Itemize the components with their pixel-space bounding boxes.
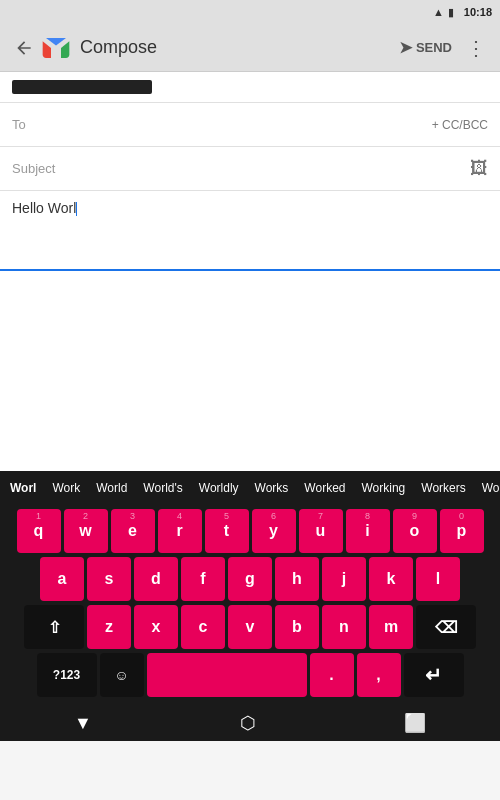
to-label: To — [12, 117, 72, 132]
key-emoji[interactable]: ☺ — [100, 653, 144, 697]
key-period[interactable]: . — [310, 653, 354, 697]
autocomplete-worldss[interactable]: Worlds — [476, 479, 500, 497]
compose-title: Compose — [80, 37, 391, 58]
nav-bar: ▼ ⬡ ⬜ — [0, 705, 500, 741]
key-a[interactable]: a — [40, 557, 84, 601]
key-o[interactable]: 9o — [393, 509, 437, 553]
gmail-icon — [40, 32, 72, 64]
app-bar: Compose ➤ SEND ⋮ — [0, 24, 500, 72]
to-input[interactable] — [72, 109, 432, 141]
key-d[interactable]: d — [134, 557, 178, 601]
keyboard-row-4: ?123 ☺ . , ↵ — [2, 653, 498, 697]
autocomplete-workers[interactable]: Workers — [415, 479, 471, 497]
send-label: SEND — [416, 40, 452, 55]
key-enter[interactable]: ↵ — [404, 653, 464, 697]
compose-area: To + CC/BCC Subject 🖼 Hello Worl — [0, 72, 500, 471]
nav-back-button[interactable]: ▼ — [58, 709, 108, 738]
keyboard-row-3: ⇧ z x c v b n m ⌫ — [2, 605, 498, 649]
key-l[interactable]: l — [416, 557, 460, 601]
keyboard-row-2: a s d f g h j k l — [2, 557, 498, 601]
battery-icon: ▮ — [448, 6, 454, 19]
subject-field: Subject 🖼 — [0, 147, 500, 191]
autocomplete-worl[interactable]: Worl — [4, 479, 42, 497]
key-p-number: 0 — [459, 511, 464, 521]
autocomplete-worldly[interactable]: Worldly — [193, 479, 245, 497]
attach-icon[interactable]: 🖼 — [470, 158, 488, 179]
cc-bcc-button[interactable]: + CC/BCC — [432, 118, 488, 132]
key-g[interactable]: g — [228, 557, 272, 601]
to-field: To + CC/BCC — [0, 103, 500, 147]
autocomplete-works[interactable]: Works — [249, 479, 295, 497]
key-comma[interactable]: , — [357, 653, 401, 697]
key-k[interactable]: k — [369, 557, 413, 601]
more-icon: ⋮ — [466, 36, 486, 60]
key-p[interactable]: 0p — [440, 509, 484, 553]
key-i-number: 8 — [365, 511, 370, 521]
key-w-number: 2 — [83, 511, 88, 521]
autocomplete-worked[interactable]: Worked — [298, 479, 351, 497]
status-time: 10:18 — [464, 6, 492, 18]
more-options-button[interactable]: ⋮ — [460, 32, 492, 64]
status-bar: ▲ ▮ 10:18 — [0, 0, 500, 24]
key-u[interactable]: 7u — [299, 509, 343, 553]
key-space[interactable] — [147, 653, 307, 697]
key-y[interactable]: 6y — [252, 509, 296, 553]
key-numbers-toggle[interactable]: ?123 — [37, 653, 97, 697]
key-q[interactable]: 1q — [17, 509, 61, 553]
autocomplete-worlds[interactable]: World's — [137, 479, 188, 497]
key-backspace[interactable]: ⌫ — [416, 605, 476, 649]
autocomplete-work[interactable]: Work — [46, 479, 86, 497]
key-v[interactable]: v — [228, 605, 272, 649]
key-i[interactable]: 8i — [346, 509, 390, 553]
key-o-number: 9 — [412, 511, 417, 521]
keyboard-row-1: 1q 2w 3e 4r 5t 6y 7u 8i 9o 0p — [2, 509, 498, 553]
key-r-number: 4 — [177, 511, 182, 521]
autocomplete-bar: Worl Work World World's Worldly Works Wo… — [0, 471, 500, 505]
key-y-number: 6 — [271, 511, 276, 521]
wifi-icon: ▲ — [433, 6, 444, 18]
nav-home-button[interactable]: ⬡ — [224, 708, 272, 738]
status-icons: ▲ ▮ 10:18 — [433, 6, 492, 19]
from-field — [0, 72, 500, 103]
key-c[interactable]: c — [181, 605, 225, 649]
key-e-number: 3 — [130, 511, 135, 521]
key-f[interactable]: f — [181, 557, 225, 601]
key-x[interactable]: x — [134, 605, 178, 649]
key-j[interactable]: j — [322, 557, 366, 601]
body-blank-area[interactable] — [0, 271, 500, 471]
key-shift[interactable]: ⇧ — [24, 605, 84, 649]
key-r[interactable]: 4r — [158, 509, 202, 553]
key-n[interactable]: n — [322, 605, 366, 649]
key-m[interactable]: m — [369, 605, 413, 649]
key-w[interactable]: 2w — [64, 509, 108, 553]
body-text: Hello Worl — [12, 200, 76, 216]
key-s[interactable]: s — [87, 557, 131, 601]
keyboard: 1q 2w 3e 4r 5t 6y 7u 8i 9o 0p a s d f g … — [0, 505, 500, 705]
key-z[interactable]: z — [87, 605, 131, 649]
key-t[interactable]: 5t — [205, 509, 249, 553]
send-icon: ➤ — [399, 38, 412, 57]
autocomplete-working[interactable]: Working — [356, 479, 412, 497]
body-field[interactable]: Hello Worl — [0, 191, 500, 271]
autocomplete-world[interactable]: World — [90, 479, 133, 497]
send-button[interactable]: ➤ SEND — [391, 34, 460, 61]
key-u-number: 7 — [318, 511, 323, 521]
from-redacted-value — [12, 80, 152, 94]
key-e[interactable]: 3e — [111, 509, 155, 553]
back-button[interactable] — [8, 32, 40, 64]
key-b[interactable]: b — [275, 605, 319, 649]
key-q-number: 1 — [36, 511, 41, 521]
text-cursor — [76, 202, 77, 216]
subject-label: Subject — [12, 161, 72, 176]
nav-recent-button[interactable]: ⬜ — [388, 708, 442, 738]
subject-input[interactable] — [72, 153, 470, 185]
key-h[interactable]: h — [275, 557, 319, 601]
key-t-number: 5 — [224, 511, 229, 521]
